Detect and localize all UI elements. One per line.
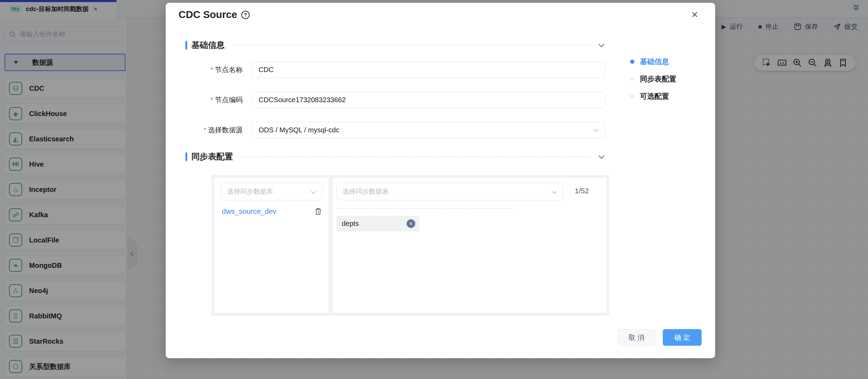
nav-item-basic[interactable]: 基础信息 bbox=[630, 57, 676, 67]
selected-table-tag: depts × bbox=[336, 216, 419, 231]
app-screen: Rts cdc-目标加时间戳数据 × 数据源 ⛁ bbox=[0, 0, 868, 379]
chevron-down-icon bbox=[311, 189, 316, 194]
help-icon[interactable]: ? bbox=[241, 11, 250, 19]
chevron-down-icon bbox=[593, 127, 598, 132]
sync-table-panel-right: 选择同步数据表 1/52 depts × bbox=[333, 178, 607, 313]
nav-label-basic: 基础信息 bbox=[640, 57, 669, 67]
nav-item-optional[interactable]: 可选配置 bbox=[630, 91, 676, 101]
required-asterisk: * bbox=[210, 96, 213, 104]
chevron-down-icon bbox=[552, 189, 557, 194]
dialog-title: CDC Source bbox=[179, 9, 237, 20]
table-list-divider bbox=[335, 208, 512, 209]
section-basic-title: 基础信息 bbox=[191, 39, 225, 51]
trash-icon[interactable] bbox=[314, 207, 322, 215]
required-asterisk: * bbox=[203, 126, 206, 134]
section-accent-bar bbox=[185, 41, 187, 50]
cancel-button[interactable]: 取 消 bbox=[618, 329, 655, 346]
node-name-field[interactable] bbox=[252, 62, 605, 78]
section-collapse-icon[interactable] bbox=[599, 41, 605, 47]
section-sync-title: 同步表配置 bbox=[191, 151, 233, 162]
selected-db-row: dws_source_dev bbox=[222, 207, 322, 215]
nav-label-optional: 可选配置 bbox=[640, 91, 669, 101]
datasource-select[interactable]: ODS / MySQL / mysql-cdc bbox=[252, 122, 605, 138]
section-divider bbox=[234, 45, 591, 45]
nav-dot bbox=[630, 60, 634, 64]
node-code-label: *节点编码 bbox=[166, 92, 243, 108]
dialog-close-icon[interactable]: × bbox=[691, 8, 698, 20]
selected-count: 1/52 bbox=[575, 187, 589, 195]
section-collapse-icon[interactable] bbox=[599, 153, 605, 159]
cdc-source-dialog: CDC Source ? × 基础信息 *节点名称 *节点编码 bbox=[166, 3, 715, 358]
nav-dot bbox=[630, 94, 634, 98]
node-name-input[interactable] bbox=[259, 66, 598, 74]
node-name-label: *节点名称 bbox=[166, 62, 243, 78]
section-divider bbox=[243, 156, 591, 157]
section-accent-bar bbox=[185, 152, 187, 161]
node-code-input[interactable] bbox=[259, 96, 598, 104]
nav-dot bbox=[630, 77, 634, 81]
sync-table-placeholder: 选择同步数据表 bbox=[342, 187, 389, 196]
nav-item-sync[interactable]: 同步表配置 bbox=[630, 74, 676, 84]
selected-table-name: depts bbox=[342, 220, 359, 228]
sync-db-placeholder: 选择同步数据库 bbox=[227, 187, 273, 196]
node-code-field[interactable] bbox=[252, 92, 605, 108]
selected-db-link[interactable]: dws_source_dev bbox=[222, 207, 277, 215]
required-asterisk: * bbox=[210, 66, 213, 73]
tag-remove-icon[interactable]: × bbox=[407, 219, 415, 228]
confirm-button[interactable]: 确 定 bbox=[663, 329, 702, 346]
datasource-select-label: *选择数据源 bbox=[166, 122, 243, 138]
datasource-select-value: ODS / MySQL / mysql-cdc bbox=[259, 126, 339, 134]
sync-db-panel: 选择同步数据库 dws_source_dev bbox=[214, 178, 329, 313]
sync-table-panel: 选择同步数据库 dws_source_dev 选择同步数据表 bbox=[211, 175, 609, 316]
sync-table-select[interactable]: 选择同步数据表 bbox=[337, 183, 563, 200]
nav-label-sync: 同步表配置 bbox=[640, 74, 676, 84]
sync-db-select[interactable]: 选择同步数据库 bbox=[221, 183, 322, 200]
dialog-anchor-nav: 基础信息 同步表配置 可选配置 bbox=[630, 57, 676, 109]
